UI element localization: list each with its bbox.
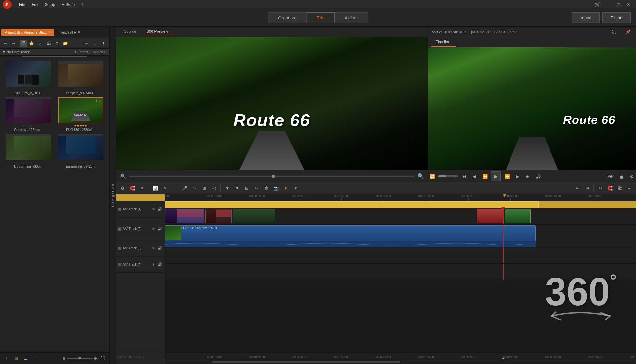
fast-forward-btn[interactable]: ⏩ — [503, 172, 511, 181]
source-tab[interactable]: Source — [119, 27, 141, 36]
settings-btn[interactable]: ⚙ — [628, 172, 636, 181]
track-2-eye[interactable]: 👁 — [151, 226, 156, 232]
nav-author[interactable]: Author — [335, 12, 368, 23]
list-item[interactable]: ☆☆☆☆☆ kidsrunning_v388... — [3, 133, 54, 169]
list-item[interactable]: ☆☆☆☆☆ 91608675_V_HD1... — [3, 60, 54, 95]
list-item[interactable]: ☆☆☆☆☆ campfire_v977480... — [55, 60, 107, 95]
rewind-btn[interactable]: ⏪ — [481, 172, 489, 181]
marker-tool[interactable]: ▼ — [223, 184, 231, 192]
timeline-tab[interactable]: Timeline — [431, 38, 456, 47]
av1-clip-3[interactable] — [233, 209, 275, 223]
undo-btn[interactable]: ↩ — [2, 40, 9, 47]
grid-view-btn[interactable]: ⊞ — [12, 355, 20, 362]
volume-btn[interactable]: 🔊 — [534, 172, 542, 181]
video-filter-btn[interactable]: 🎬 — [20, 40, 27, 47]
menu-edit[interactable]: Edit — [28, 1, 42, 8]
snap-tool[interactable]: 🧲 — [128, 184, 136, 192]
orange-marker-tool[interactable]: ▼ — [282, 184, 290, 192]
menu-file[interactable]: File — [16, 1, 28, 8]
track-2-vol[interactable]: 🔊 — [157, 226, 163, 232]
cursor-tool[interactable]: ↖ — [161, 184, 169, 192]
track-1-eye[interactable]: 👁 — [151, 207, 156, 212]
flag-tool[interactable]: ⚑ — [233, 184, 241, 192]
list-item[interactable]: ☆☆☆☆☆ Couples - 1271.m... — [3, 97, 54, 132]
expand-icon[interactable]: ⛶ — [610, 28, 618, 36]
titles-tab[interactable]: Titles: (all ▶ ✕ — [54, 29, 84, 36]
chain-tool[interactable]: ⛓ — [616, 184, 624, 192]
loop-btn[interactable]: 🔁 — [428, 172, 436, 181]
av1-clip-red-1[interactable] — [477, 209, 503, 223]
razor-tool[interactable]: ✂ — [596, 184, 604, 192]
timeline-scroll-thumb[interactable] — [212, 361, 401, 363]
add-clip-btn[interactable]: + — [3, 355, 10, 362]
grid-tool[interactable]: ⊞ — [200, 184, 208, 192]
settings-tool[interactable]: ⚙ — [119, 184, 126, 192]
sort-btn[interactable]: ↕ — [91, 40, 99, 47]
view-more-btn[interactable]: ≡ — [32, 355, 39, 362]
list-item[interactable]: ☆☆☆☆☆ parasailing_v5428... — [55, 133, 107, 169]
track-3-eye[interactable]: 👁 — [151, 246, 156, 251]
menu-help[interactable]: ? — [78, 1, 87, 8]
text-tool[interactable]: T — [171, 184, 179, 192]
magnet-tool[interactable]: 🧲 — [606, 184, 614, 192]
maximize-button[interactable]: □ — [614, 0, 624, 9]
av1-clip-2[interactable] — [205, 209, 232, 223]
menu-setup[interactable]: Setup — [42, 1, 58, 8]
next-frame-btn[interactable]: ▶ — [513, 172, 522, 181]
more-tool[interactable]: ▾ — [138, 184, 146, 192]
multi-tool[interactable]: ⊞ — [243, 184, 251, 192]
timeline-scroll-track[interactable] — [165, 360, 636, 364]
zoom-out-icon[interactable]: 🔍 — [119, 172, 127, 181]
folder-btn[interactable]: 📁 — [62, 40, 69, 47]
more-tool-2[interactable]: ▾ — [292, 184, 299, 192]
star-filter-btn[interactable]: ⭐ — [28, 40, 35, 47]
track-4-eye[interactable]: 👁 — [151, 262, 156, 267]
mic-tool[interactable]: 🎤 — [181, 184, 189, 192]
music-filter-btn[interactable]: ♪ — [36, 40, 44, 47]
clip-tool[interactable]: ✂ — [253, 184, 260, 192]
redo-btn[interactable]: ↪ — [10, 40, 17, 47]
wave-tool[interactable]: 〜 — [191, 184, 198, 192]
track-1-vol[interactable]: 🔊 — [157, 207, 163, 212]
titles-close[interactable]: ✕ — [78, 30, 81, 34]
play-btn[interactable]: ▶ — [491, 171, 501, 181]
close-button[interactable]: ✕ — [624, 0, 633, 9]
prev-frame-btn[interactable]: ◀ — [470, 172, 479, 181]
list-view-btn2[interactable]: ☰ — [22, 355, 29, 362]
snap-left-tool[interactable]: ⇤ — [573, 184, 581, 192]
more-tool-3[interactable]: ⋯ — [626, 184, 633, 192]
pin-icon[interactable]: 📌 — [624, 28, 632, 36]
nav-edit[interactable]: Edit — [307, 12, 335, 23]
project-bin-tab[interactable]: Project Bin: Pinnacle Stu... ✕ — [1, 29, 54, 36]
av1-clip-green-1[interactable] — [505, 209, 531, 223]
photo-filter-btn[interactable]: 🖼 — [45, 40, 52, 47]
cart-icon[interactable]: 🛒 — [593, 0, 602, 9]
track-3-vol[interactable]: 🔊 — [157, 246, 163, 251]
import-button[interactable]: Import — [572, 12, 600, 23]
project-bin-close[interactable]: ✕ — [48, 30, 51, 34]
pip-btn[interactable]: ▣ — [617, 172, 626, 181]
export-button[interactable]: Export — [602, 12, 631, 23]
menu-estore[interactable]: E-Store — [58, 1, 78, 8]
circle-tool[interactable]: ◎ — [210, 184, 218, 192]
more-btn[interactable]: ⋮ — [100, 40, 107, 47]
snap-right-tool[interactable]: ⇥ — [583, 184, 591, 192]
trash-tool[interactable]: 🗑 — [262, 184, 270, 192]
panel-bottom-toolbar: + ⊞ ☰ ≡ ⛶ — [0, 352, 109, 364]
camera-tool[interactable]: 📷 — [272, 184, 280, 192]
skip-start-btn[interactable]: ⏮ — [460, 172, 468, 181]
gear-filter-btn[interactable]: ⚙ — [53, 40, 60, 47]
list-item[interactable]: Route 66 ✓ i ★★★★★ FLY01301-2560x1... — [55, 97, 107, 132]
zoom-slider[interactable] — [129, 176, 415, 177]
fullscreen-btn[interactable]: ⛶ — [99, 355, 106, 362]
360-preview-tab[interactable]: 360 Preview — [141, 27, 173, 36]
av1-clip-1[interactable] — [165, 209, 204, 223]
zoom-in-icon[interactable]: 🔍 — [417, 172, 425, 181]
gold-clip[interactable] — [165, 201, 539, 208]
minimize-button[interactable]: — — [604, 0, 614, 9]
bar-tool[interactable]: 📊 — [152, 184, 159, 192]
nav-organize[interactable]: Organize — [268, 12, 307, 23]
list-view-btn[interactable]: ≡ — [83, 40, 90, 47]
track-4-vol[interactable]: 🔊 — [157, 262, 163, 267]
skip-end-btn[interactable]: ⏭ — [523, 172, 532, 181]
